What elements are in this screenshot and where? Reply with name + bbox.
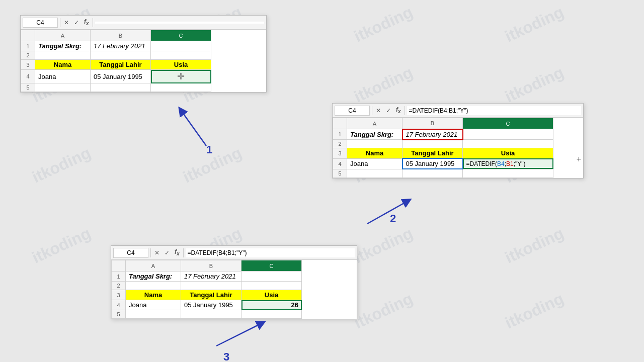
- confirm-icon-2[interactable]: ✓: [384, 107, 392, 114]
- cell-c4-formula[interactable]: =DATEDIF(B4;B1;"Y"): [463, 158, 553, 169]
- row-num: 1: [112, 272, 126, 282]
- cell-a1[interactable]: Tanggal Skrg:: [347, 129, 403, 140]
- step-label-1: 1: [206, 143, 212, 156]
- cell-c4-result[interactable]: 26: [242, 300, 302, 310]
- table-row: 4 Joana 05 January 1995 =DATEDIF(B4;B1;"…: [333, 158, 553, 169]
- cursor-icon: ✛: [177, 71, 185, 81]
- function-icon-3[interactable]: fx: [173, 248, 181, 256]
- cell-b4[interactable]: 05 January 1995: [181, 300, 242, 310]
- confirm-icon[interactable]: ✓: [72, 19, 80, 26]
- cell-b1[interactable]: 17 February 2021: [91, 41, 151, 51]
- sheet-table-3: A B C 1 Tanggal Skrg: 17 February 2021 2…: [111, 260, 302, 319]
- cell-a5[interactable]: [347, 169, 403, 177]
- cell-b5[interactable]: [91, 83, 151, 92]
- corner-header: [333, 118, 347, 129]
- formula-input-1[interactable]: [95, 22, 264, 24]
- function-icon[interactable]: fx: [83, 18, 91, 26]
- arrow-2: [352, 191, 423, 231]
- cell-c5[interactable]: [242, 310, 302, 319]
- cancel-icon[interactable]: ✕: [62, 19, 70, 26]
- formula-display: =DATEDIF(B4;B1;"Y"): [466, 160, 526, 167]
- cell-c2[interactable]: [151, 51, 211, 60]
- cell-b2[interactable]: [403, 140, 463, 148]
- cell-ref-3[interactable]: C4: [113, 248, 148, 258]
- cell-a2[interactable]: [126, 282, 181, 290]
- cell-b3[interactable]: Tanggal Lahir: [181, 290, 242, 300]
- cell-a5[interactable]: [35, 83, 91, 92]
- cell-b4-highlighted[interactable]: 05 January 1995: [403, 158, 463, 169]
- cell-c2[interactable]: [242, 282, 302, 290]
- watermark: itkoding: [502, 224, 567, 267]
- col-header-a: A: [347, 118, 403, 129]
- cell-a5[interactable]: [126, 310, 181, 319]
- cell-c2[interactable]: [463, 140, 553, 148]
- cell-a3[interactable]: Nama: [347, 148, 403, 159]
- table-row: 1 Tanggal Skrg: 17 February 2021: [333, 129, 553, 140]
- row-num: 5: [333, 169, 347, 177]
- row-num: 4: [333, 158, 347, 169]
- formula-bar-3: C4 ✕ ✓ fx =DATEDIF(B4;B1;"Y"): [111, 246, 357, 260]
- cell-ref-2[interactable]: C4: [335, 106, 370, 116]
- cell-a4[interactable]: Joana: [347, 158, 403, 169]
- cell-c5[interactable]: [151, 83, 211, 92]
- row-num: 1: [333, 129, 347, 140]
- corner-header: [21, 30, 35, 41]
- formula-input-2[interactable]: =DATEDIF(B4;B1;"Y"): [407, 106, 581, 115]
- formula-input-3[interactable]: =DATEDIF(B4;B1;"Y"): [186, 248, 355, 257]
- cancel-icon-3[interactable]: ✕: [153, 249, 161, 256]
- cell-b4[interactable]: 05 January 1995: [91, 70, 151, 83]
- watermark: itkoding: [351, 289, 416, 332]
- step-label-2: 2: [390, 212, 396, 225]
- spreadsheet-2: C4 ✕ ✓ fx =DATEDIF(B4;B1;"Y") A B C 1 Ta…: [332, 103, 584, 178]
- col-header-b: B: [181, 260, 242, 272]
- col-header-c: C: [463, 118, 553, 129]
- formula-bar-1: C4 ✕ ✓ fx: [21, 16, 266, 30]
- watermark: itkoding: [351, 224, 416, 267]
- cell-a4[interactable]: Joana: [35, 70, 91, 83]
- cell-c4[interactable]: ✛: [151, 70, 211, 83]
- cell-b1-highlighted[interactable]: 17 February 2021: [403, 129, 463, 140]
- confirm-icon-3[interactable]: ✓: [163, 249, 171, 256]
- cell-a3[interactable]: Nama: [35, 60, 91, 70]
- cell-c1[interactable]: [151, 41, 211, 51]
- cell-a1[interactable]: Tanggal Skrg:: [35, 41, 91, 51]
- cell-b5[interactable]: [181, 310, 242, 319]
- cell-c3[interactable]: Usia: [242, 290, 302, 300]
- cell-c3[interactable]: Usia: [463, 148, 553, 159]
- table-row: 3 Nama Tanggal Lahir Usia: [112, 290, 302, 300]
- cell-b3[interactable]: Tanggal Lahir: [403, 148, 463, 159]
- cell-a2[interactable]: [35, 51, 91, 60]
- cell-c3[interactable]: Usia: [151, 60, 211, 70]
- cell-a2[interactable]: [347, 140, 403, 148]
- table-row: 5: [333, 169, 553, 177]
- cell-c1[interactable]: [463, 129, 553, 140]
- cell-ref-1[interactable]: C4: [23, 18, 58, 28]
- table-row: 1 Tanggal Skrg: 17 February 2021: [112, 272, 302, 282]
- svg-line-5: [216, 323, 262, 346]
- cell-a1[interactable]: Tanggal Skrg:: [126, 272, 181, 282]
- cell-b2[interactable]: [91, 51, 151, 60]
- row-num: 5: [21, 83, 35, 92]
- separator: [405, 106, 405, 115]
- cell-a3[interactable]: Nama: [126, 290, 181, 300]
- cancel-icon-2[interactable]: ✕: [374, 107, 382, 114]
- function-icon-2[interactable]: fx: [394, 106, 403, 114]
- table-row: 4 Joana 05 January 1995 ✛: [21, 70, 211, 83]
- formula-bar-2: C4 ✕ ✓ fx =DATEDIF(B4;B1;"Y"): [333, 104, 583, 118]
- cell-a4[interactable]: Joana: [126, 300, 181, 310]
- row-num: 4: [21, 70, 35, 83]
- row-num: 2: [112, 282, 126, 290]
- cell-b2[interactable]: [181, 282, 242, 290]
- cell-c5[interactable]: [463, 169, 553, 177]
- cursor-icon-2: +: [577, 155, 581, 164]
- cell-b5[interactable]: [403, 169, 463, 177]
- svg-line-1: [181, 111, 206, 146]
- cell-c1[interactable]: [242, 272, 302, 282]
- watermark: itkoding: [29, 224, 94, 267]
- col-header-a: A: [126, 260, 181, 272]
- cell-b1[interactable]: 17 February 2021: [181, 272, 242, 282]
- corner-header: [112, 260, 126, 272]
- table-row: 3 Nama Tanggal Lahir Usia: [333, 148, 553, 159]
- sheet-table-2: A B C 1 Tanggal Skrg: 17 February 2021 2…: [333, 118, 553, 178]
- cell-b3[interactable]: Tanggal Lahir: [91, 60, 151, 70]
